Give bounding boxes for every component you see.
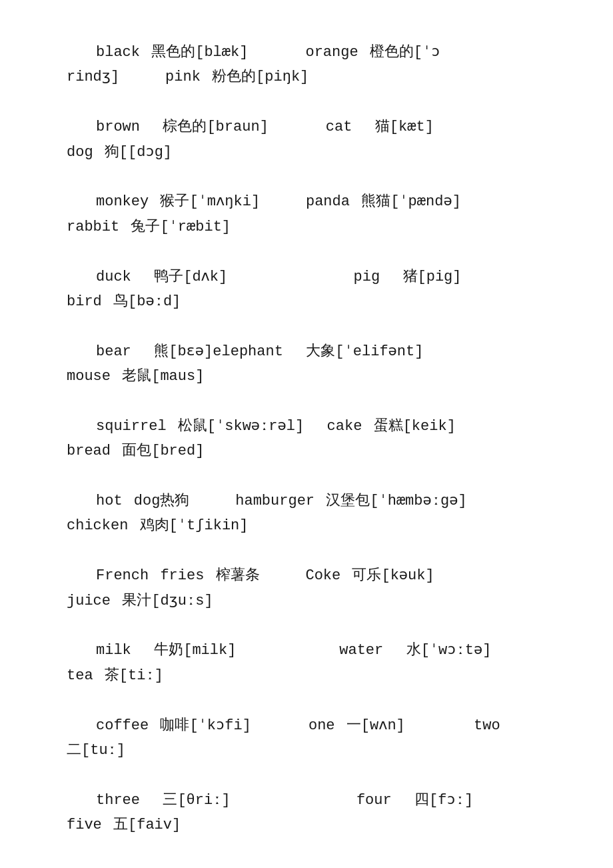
main-content: black 黑色的[blæk] orange 橙色的[ˈɔ rindʒ] pin… <box>67 40 560 838</box>
line-10: coffee 咖啡[ˈkɔfi] one 一[wʌn] two 二[tuː] <box>67 713 560 763</box>
line-2: brown 棕色的[braun] cat 猫[kæt] dog 狗[[dɔg] <box>67 115 560 165</box>
line-7: hot dog热狗 hamburger 汉堡包[ˈhæmbəːgə] chick… <box>67 489 560 539</box>
line-3: monkey 猴子[ˈmʌŋki] panda 熊猫[ˈpændə] rabbi… <box>67 189 560 239</box>
line-4: duck 鸭子[dʌk] pig 猪[pig] bird 鸟[bəːd] <box>67 265 560 315</box>
line-11: three 三[θriː] four 四[fɔː] five 五[faiv] <box>67 788 560 838</box>
line-5: bear 熊[bɛə]elephant 大象[ˈelifənt] mouse 老… <box>67 339 560 389</box>
line-9: milk 牛奶[milk] water 水[ˈwɔːtə] tea 茶[tiː] <box>67 638 560 688</box>
line-1: black 黑色的[blæk] orange 橙色的[ˈɔ rindʒ] pin… <box>67 40 560 90</box>
line-8: French fries 榨薯条 Coke 可乐[kəuk] juice 果汁[… <box>67 563 560 613</box>
line-6: squirrel 松鼠[ˈskwəːrəl] cake 蛋糕[keik] bre… <box>67 414 560 464</box>
